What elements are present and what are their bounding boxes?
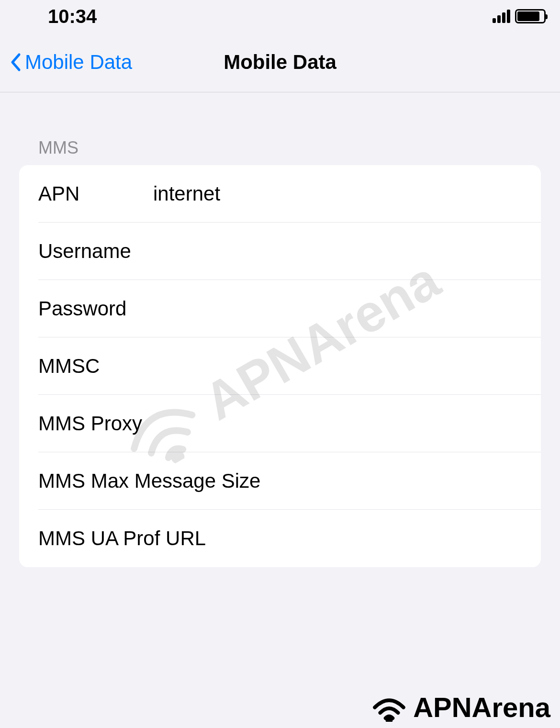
signal-icon <box>493 10 510 23</box>
status-time: 10:34 <box>48 6 97 27</box>
username-row[interactable]: Username <box>19 223 541 280</box>
footer-text: APNArena <box>413 691 550 723</box>
apn-input[interactable] <box>153 182 522 205</box>
svg-point-1 <box>387 718 391 722</box>
mmsc-row[interactable]: MMSC <box>19 337 541 395</box>
wifi-icon <box>370 693 408 722</box>
page-title: Mobile Data <box>224 51 336 74</box>
mms-proxy-row[interactable]: MMS Proxy <box>19 395 541 452</box>
mms-max-size-row[interactable]: MMS Max Message Size <box>19 452 541 510</box>
section-header-mms: MMS <box>0 92 560 165</box>
mms-ua-prof-row[interactable]: MMS UA Prof URL <box>19 510 541 567</box>
password-label: Password <box>38 297 153 320</box>
back-label: Mobile Data <box>25 51 132 74</box>
mms-max-size-label: MMS Max Message Size <box>38 470 260 493</box>
apn-row[interactable]: APN <box>19 165 541 223</box>
apn-label: APN <box>38 182 153 205</box>
battery-icon <box>515 9 546 23</box>
username-label: Username <box>38 240 153 263</box>
mmsc-input[interactable] <box>153 355 522 378</box>
footer-logo: APNArena <box>370 691 550 723</box>
mms-max-size-input[interactable] <box>260 470 522 493</box>
username-input[interactable] <box>153 240 522 263</box>
mms-ua-prof-input[interactable] <box>206 527 522 550</box>
mms-proxy-label: MMS Proxy <box>38 412 142 435</box>
password-input[interactable] <box>153 297 522 320</box>
mms-proxy-input[interactable] <box>142 412 522 435</box>
chevron-left-icon <box>10 53 21 72</box>
mms-ua-prof-label: MMS UA Prof URL <box>38 527 206 550</box>
navigation-bar: Mobile Data Mobile Data <box>0 33 560 92</box>
status-bar: 10:34 <box>0 0 560 33</box>
mmsc-label: MMSC <box>38 355 153 378</box>
password-row[interactable]: Password <box>19 280 541 337</box>
back-button[interactable]: Mobile Data <box>0 51 132 74</box>
mms-settings-group: APN Username Password MMSC MMS Proxy MMS… <box>19 165 541 567</box>
status-indicators <box>493 9 546 23</box>
